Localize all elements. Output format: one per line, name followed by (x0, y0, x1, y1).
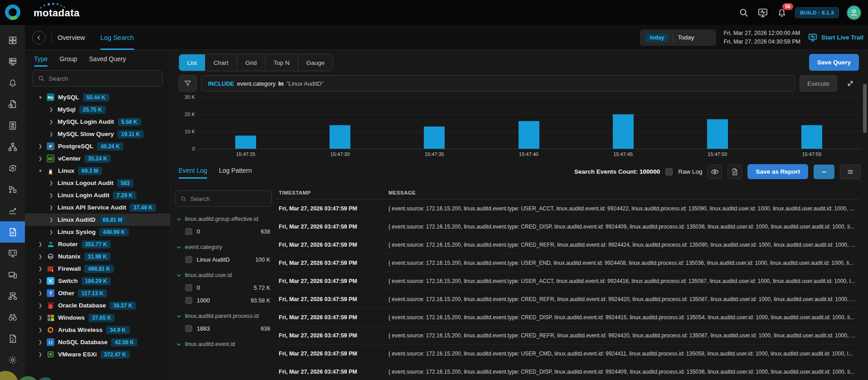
rail-item-topology[interactable] (0, 136, 25, 157)
view-tab-gauge[interactable]: Gauge (298, 54, 333, 71)
type-search-box[interactable] (32, 70, 163, 87)
tree-item-aruba-wireless[interactable]: ❯Aruba Wireless34.9 K (25, 324, 170, 336)
chevron-right-icon[interactable]: ❯ (38, 266, 43, 271)
tree-item-postgresql[interactable]: ❯PPostgreSQL40.24 K (25, 140, 170, 152)
table-row[interactable]: Fri, Mar 27, 2026 03:47:59 PM{ event.sou… (275, 308, 860, 326)
panel-tab-group[interactable]: Group (59, 55, 77, 67)
chevron-right-icon[interactable]: ❯ (48, 132, 54, 136)
collapse-panel-button[interactable] (814, 165, 834, 179)
tree-item-mysql-login-audit[interactable]: ❯MySQL Login Audit5.58 K (25, 116, 170, 128)
tree-item-linux-api-service-audit[interactable]: ❯Linux API Service Audit37.49 K (25, 201, 170, 214)
rail-item-sync-gear[interactable] (0, 157, 25, 179)
table-row[interactable]: Fri, Mar 27, 2026 03:47:59 PM{ event.sou… (275, 218, 860, 236)
message-column-header[interactable]: MESSAGE (388, 190, 860, 195)
column-visibility-button[interactable] (708, 165, 722, 179)
rail-item-workflow[interactable] (0, 179, 25, 200)
tree-item-mysql-slow-query[interactable]: ❯MySQL Slow Query19.11 K (25, 128, 170, 140)
chevron-right-icon[interactable]: ❯ (38, 242, 43, 247)
chevron-right-icon[interactable]: ❯ (48, 217, 54, 222)
facet-checkbox[interactable] (185, 256, 192, 263)
tree-item-linux[interactable]: ▾Linux69.3 M (25, 165, 170, 177)
chevron-right-icon[interactable]: ❯ (38, 303, 43, 308)
vertical-scrollbar[interactable] (863, 84, 867, 133)
chevron-right-icon[interactable]: ❯ (48, 119, 54, 124)
tree-item-other[interactable]: ❯?Other117.13 K (25, 287, 170, 299)
chevron-right-icon[interactable]: ❯ (38, 340, 43, 345)
histogram-bar-15:47:35[interactable] (424, 127, 445, 149)
rail-item-alerts-bell[interactable] (0, 72, 25, 93)
facet-group-linux.auditd.parent.process.id[interactable]: linux.auditd.parent.process.id (176, 313, 270, 319)
expand-query-button[interactable] (842, 75, 859, 92)
save-as-report-button[interactable]: Save as Report (747, 164, 808, 179)
chevron-right-icon[interactable]: ❯ (38, 156, 43, 161)
table-row[interactable]: Fri, Mar 27, 2026 03:47:59 PM{ event.sou… (275, 200, 860, 218)
facet-item-0[interactable]: 0 5.72 K (185, 284, 270, 291)
facet-checkbox[interactable] (185, 228, 192, 235)
histogram-bar-15:47:50[interactable] (707, 119, 728, 149)
chevron-right-icon[interactable]: ❯ (38, 352, 43, 357)
view-tab-top-n[interactable]: Top N (266, 54, 298, 71)
facet-checkbox[interactable] (185, 325, 192, 332)
table-row[interactable]: Fri, Mar 27, 2026 03:47:59 PM{ event.sou… (275, 236, 860, 254)
view-tab-list[interactable]: List (179, 54, 205, 71)
save-query-button[interactable]: Save Query (809, 54, 859, 71)
facet-group-linux.auditd.group.effective.id[interactable]: linux.auditd.group.effective.id (176, 216, 270, 222)
facet-item-0[interactable]: 0 638 (185, 228, 270, 235)
facet-checkbox[interactable] (185, 284, 192, 291)
tree-item-linux-login-audit[interactable]: ❯Linux Login Audit7.29 K (25, 189, 170, 201)
events-histogram-chart[interactable]: 010 K20 K30 K15:47:2515:47:3015:47:3515:… (179, 95, 861, 164)
table-menu-button[interactable] (840, 165, 861, 179)
chevron-right-icon[interactable]: ❯ (38, 291, 43, 296)
tree-item-linux-auditd[interactable]: ❯Linux AuditD68.81 M (25, 214, 170, 226)
rail-item-metrics-chart[interactable] (0, 200, 25, 221)
rail-item-server-stack[interactable] (0, 51, 25, 72)
panel-tab-type[interactable]: Type (34, 55, 48, 67)
table-row[interactable]: Fri, Mar 27, 2026 03:47:59 PM{ event.sou… (275, 272, 860, 290)
view-tab-grid[interactable]: Grid (237, 54, 266, 71)
tree-item-mysql[interactable]: ❯MySql25.75 K (25, 103, 170, 116)
tree-item-linux-syslog[interactable]: ❯Linux Syslog440.99 K (25, 226, 170, 238)
tree-item-windows[interactable]: ❯Windows37.65 K (25, 312, 170, 324)
rail-item-code-monitor[interactable] (0, 243, 25, 264)
global-search-button[interactable] (738, 7, 750, 19)
table-row[interactable]: Fri, Mar 27, 2026 03:47:59 PM{ event.sou… (275, 290, 860, 308)
nav-tab-overview[interactable]: Overview (58, 25, 85, 50)
histogram-bar-15:47:40[interactable] (519, 121, 539, 149)
filter-funnel-button[interactable] (179, 75, 197, 92)
tree-item-firewall[interactable]: ❯Firewall498.81 K (25, 263, 170, 275)
tree-item-nutanix[interactable]: ❯AHVNutanix31.98 K (25, 250, 170, 263)
facet-group-linux.auditd.event.id[interactable]: linux.auditd.event.id (176, 341, 270, 347)
tree-item-linux-logout-audit[interactable]: ❯Linux Logout Audit583 (25, 177, 170, 189)
view-tab-chart[interactable]: Chart (205, 54, 237, 71)
table-row[interactable]: Fri, Mar 27, 2026 03:47:59 PM{ event.sou… (275, 326, 860, 345)
chevron-right-icon[interactable]: ❯ (38, 144, 43, 149)
rail-item-file-history[interactable] (0, 93, 25, 115)
time-range-selector[interactable]: today Today (640, 29, 716, 46)
export-button[interactable] (727, 165, 742, 179)
nav-tab-log-search[interactable]: Log Search (100, 25, 134, 50)
tree-item-router[interactable]: ❯Router353.77 K (25, 238, 170, 250)
tree-item-switch[interactable]: ❯Switch184.29 K (25, 275, 170, 287)
chevron-right-icon[interactable]: ❯ (38, 327, 43, 332)
query-filter-input[interactable]: INCLUDE event.category In "Linux AuditD" (201, 75, 795, 92)
tree-item-mysql[interactable]: ▾MyMySQL50.44 K (25, 91, 170, 103)
rail-item-report-doc[interactable] (0, 115, 25, 136)
chevron-right-icon[interactable]: ❯ (48, 180, 54, 185)
rail-item-devices[interactable] (0, 264, 25, 285)
rail-item-discovery-binoculars[interactable] (0, 307, 25, 328)
facet-item-1000[interactable]: 1000 93.58 K (185, 297, 270, 304)
result-tab-log-pattern[interactable]: Log Pattern (219, 167, 252, 179)
chevron-right-icon[interactable]: ❯ (38, 315, 43, 320)
notifications-button[interactable]: 56 (776, 7, 788, 19)
histogram-bar-15:47:25[interactable] (235, 136, 256, 149)
chevron-down-icon[interactable]: ▾ (38, 95, 43, 100)
chevron-right-icon[interactable]: ❯ (48, 229, 54, 234)
chevron-right-icon[interactable]: ❯ (38, 278, 43, 283)
execute-button[interactable]: Execute (800, 75, 837, 92)
start-live-trail-button[interactable]: Start Live Trail (808, 33, 863, 43)
back-button[interactable] (32, 31, 46, 44)
table-row[interactable]: Fri, Mar 27, 2026 03:47:59 PM{ event.sou… (275, 345, 860, 363)
rail-item-task-doc[interactable] (0, 328, 25, 349)
rail-item-dashboard[interactable] (0, 29, 25, 51)
system-monitor-button[interactable] (757, 7, 769, 19)
